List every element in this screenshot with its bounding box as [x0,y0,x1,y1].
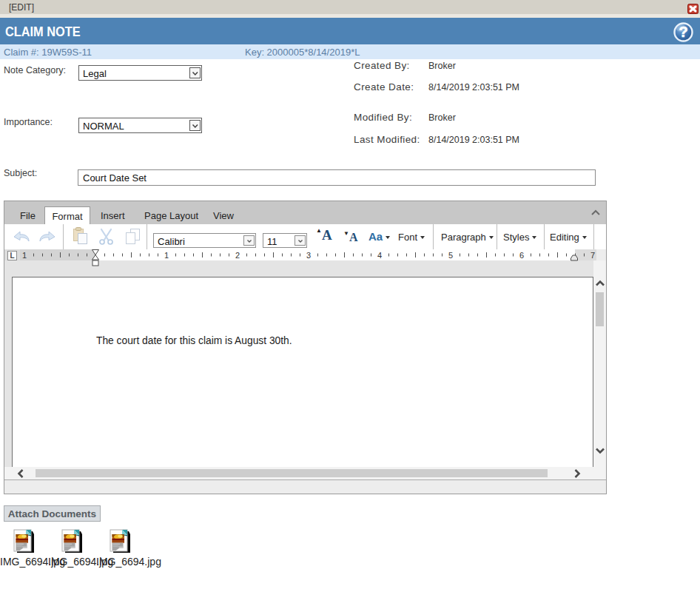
svg-text:4: 4 [377,251,382,260]
svg-text:5: 5 [448,251,453,260]
svg-text:3: 3 [306,251,311,260]
svg-text:2: 2 [235,251,240,260]
svg-text:?: ? [679,24,687,40]
svg-text:1: 1 [164,251,169,260]
svg-text:1: 1 [22,251,27,260]
svg-text:7: 7 [590,251,595,260]
svg-text:6: 6 [519,251,524,260]
